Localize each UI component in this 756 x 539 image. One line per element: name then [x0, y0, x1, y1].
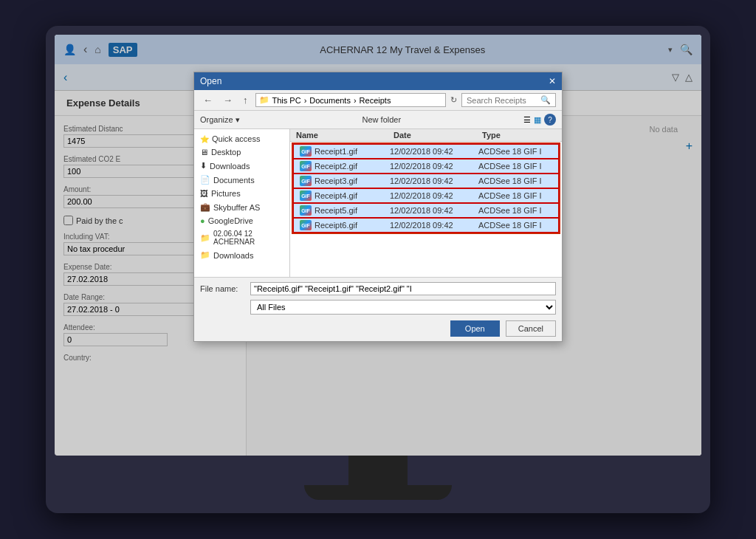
- googledrive-icon: ●: [200, 216, 205, 225]
- filename-receipt3: Receipt3.gif: [315, 176, 357, 185]
- pictures-icon: 🖼: [200, 189, 208, 198]
- breadcrumb[interactable]: 📁 This PC › Documents › Receipts: [255, 93, 447, 107]
- file-item-receipt2[interactable]: GIFReceipt2.gif 12/02/2018 09:42 ACDSee …: [293, 159, 559, 174]
- downloads2-icon: 📁: [200, 250, 210, 260]
- bc-folder-icon: 📁: [259, 95, 269, 105]
- gif-icon: GIF: [300, 205, 312, 216]
- list-view-button[interactable]: ☰: [523, 115, 531, 125]
- type-receipt6: ACDSee 18 GIF I: [478, 221, 552, 230]
- quick-access-label: Quick access: [212, 134, 260, 143]
- filename-receipt6: Receipt6.gif: [315, 221, 357, 230]
- type-receipt4: ACDSee 18 GIF I: [478, 191, 552, 200]
- gif-icon: GIF: [300, 190, 312, 201]
- new-folder-button[interactable]: New folder: [358, 114, 406, 126]
- googledrive-label: GoogleDrive: [208, 216, 253, 225]
- sidebar-item-desktop[interactable]: 🖥 Desktop: [194, 145, 289, 159]
- downloads2-label: Downloads: [213, 251, 253, 260]
- open-button[interactable]: Open: [450, 320, 500, 337]
- help-icon[interactable]: ?: [544, 114, 556, 126]
- file-item-receipt3[interactable]: GIFReceipt3.gif 12/02/2018 09:42 ACDSee …: [293, 174, 559, 188]
- file-item-receipt1[interactable]: GIFReceipt1.gif 12/02/2018 09:42 ACDSee …: [293, 144, 559, 159]
- filetype-select[interactable]: All Files: [250, 300, 556, 315]
- dialog-sidebar: ⭐ Quick access 🖥 Desktop ⬇ Downloads: [194, 129, 290, 277]
- filename-row: File name:: [200, 282, 556, 295]
- dialog-title: Open: [200, 76, 221, 86]
- gif-icon: GIF: [300, 176, 312, 186]
- gif-icon: GIF: [300, 220, 312, 230]
- organize-button[interactable]: Organize ▾: [200, 115, 240, 125]
- type-receipt3: ACDSee 18 GIF I: [478, 176, 552, 185]
- dialog-close-button[interactable]: ✕: [549, 76, 556, 86]
- search-submit-icon[interactable]: 🔍: [540, 95, 551, 105]
- details-view-button[interactable]: ▦: [534, 115, 541, 125]
- date-receipt4: 12/02/2018 09:42: [390, 191, 478, 200]
- achernar-label: 02.06.04 12 ACHERNAR: [213, 230, 284, 246]
- col-date: Date: [394, 131, 482, 140]
- type-receipt1: ACDSee 18 GIF I: [478, 147, 552, 156]
- filename-receipt4: Receipt4.gif: [315, 191, 357, 200]
- documents-icon: 📄: [200, 175, 210, 185]
- sidebar-item-downloads[interactable]: ⬇ Downloads: [194, 159, 289, 173]
- date-receipt3: 12/02/2018 09:42: [390, 176, 478, 185]
- downloads-label: Downloads: [210, 162, 250, 171]
- gif-icon: GIF: [300, 146, 312, 157]
- back-button[interactable]: ←: [200, 94, 216, 106]
- up-button[interactable]: ↑: [240, 94, 251, 106]
- bc-receipts[interactable]: Receipts: [360, 96, 391, 105]
- col-name: Name: [296, 131, 394, 140]
- file-item-receipt5[interactable]: GIFReceipt5.gif 12/02/2018 09:42 ACDSee …: [293, 203, 559, 218]
- sidebar-item-quick-access[interactable]: ⭐ Quick access: [194, 132, 289, 145]
- bc-documents[interactable]: Documents: [309, 96, 351, 105]
- filetype-row: All Files: [200, 300, 556, 315]
- file-item-receipt4[interactable]: GIFReceipt4.gif 12/02/2018 09:42 ACDSee …: [293, 188, 559, 203]
- search-box: 🔍: [461, 93, 556, 107]
- filename-receipt1: Receipt1.gif: [315, 147, 357, 156]
- col-type: Type: [482, 131, 556, 140]
- screen: 👤 ‹ ⌂ SAP ACHERNAR 12 My Travel & Expens…: [55, 35, 701, 456]
- search-input[interactable]: [467, 96, 540, 105]
- dialog-toolbar: ← → ↑ 📁 This PC › Documents › Receipts ↻: [194, 90, 562, 111]
- filename-input[interactable]: [250, 282, 556, 295]
- pictures-label: Pictures: [211, 189, 241, 198]
- dialog-overlay: Open ✕ ← → ↑ 📁 This PC › Documents › Rec…: [55, 35, 701, 456]
- sidebar-item-pictures[interactable]: 🖼 Pictures: [194, 187, 289, 200]
- bc-sep1: ›: [304, 96, 307, 105]
- stand-base: [304, 485, 452, 500]
- dialog-buttons: Open Cancel: [200, 320, 556, 337]
- dialog-body: ⭐ Quick access 🖥 Desktop ⬇ Downloads: [194, 129, 562, 277]
- skybuffer-icon: 💼: [200, 202, 210, 212]
- gif-icon: GIF: [300, 161, 312, 171]
- skybuffer-label: Skybuffer AS: [213, 203, 260, 212]
- refresh-icon[interactable]: ↻: [450, 95, 457, 105]
- selected-files-group: GIFReceipt1.gif 12/02/2018 09:42 ACDSee …: [292, 143, 560, 234]
- type-receipt5: ACDSee 18 GIF I: [478, 206, 552, 215]
- monitor: 👤 ‹ ⌂ SAP ACHERNAR 12 My Travel & Expens…: [46, 26, 710, 513]
- file-item-receipt6[interactable]: GIFReceipt6.gif 12/02/2018 09:42 ACDSee …: [293, 218, 559, 233]
- achernar-icon: 📁: [200, 233, 210, 243]
- forward-button[interactable]: →: [220, 94, 236, 106]
- sidebar-item-documents[interactable]: 📄 Documents: [194, 173, 289, 187]
- downloads-icon: ⬇: [200, 161, 207, 171]
- dialog-actions-bar: Organize ▾ New folder ☰ ▦ ?: [194, 111, 562, 129]
- dialog-footer: File name: All Files Open Cancel: [194, 277, 562, 341]
- monitor-stand: [55, 456, 701, 515]
- date-receipt2: 12/02/2018 09:42: [390, 162, 478, 171]
- view-buttons: ☰ ▦ ?: [523, 114, 556, 126]
- desktop-icon: 🖥: [200, 148, 208, 157]
- sidebar-item-downloads2[interactable]: 📁 Downloads: [194, 248, 289, 262]
- date-receipt1: 12/02/2018 09:42: [390, 147, 478, 156]
- date-receipt5: 12/02/2018 09:42: [390, 206, 478, 215]
- bc-sep2: ›: [354, 96, 357, 105]
- stand-neck: [348, 456, 408, 485]
- type-receipt2: ACDSee 18 GIF I: [478, 162, 552, 171]
- sidebar-item-achernar[interactable]: 📁 02.06.04 12 ACHERNAR: [194, 227, 289, 248]
- cancel-button[interactable]: Cancel: [506, 320, 556, 337]
- filename-receipt5: Receipt5.gif: [315, 206, 357, 215]
- open-file-dialog: Open ✕ ← → ↑ 📁 This PC › Documents › Rec…: [193, 72, 563, 342]
- sidebar-item-skybuffer[interactable]: 💼 Skybuffer AS: [194, 200, 289, 214]
- desktop-label: Desktop: [211, 148, 241, 157]
- filename-label: File name:: [200, 284, 244, 293]
- sidebar-item-googledrive[interactable]: ● GoogleDrive: [194, 214, 289, 227]
- file-list-area: Name Date Type GIFReceipt1.gif 12/02/201…: [290, 129, 562, 277]
- bc-this-pc[interactable]: This PC: [272, 96, 301, 105]
